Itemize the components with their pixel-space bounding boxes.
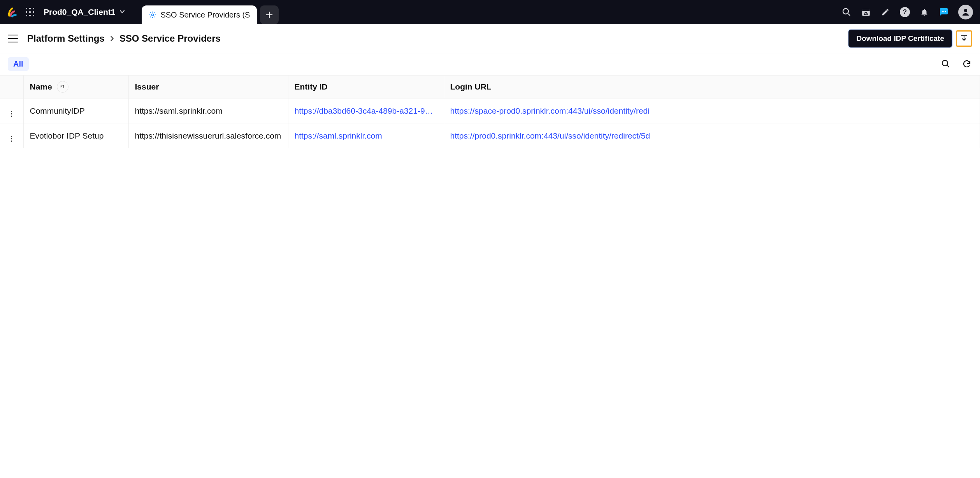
- calendar-badge: 25: [861, 11, 871, 16]
- cell-entity-id[interactable]: https://saml.sprinklr.com: [288, 123, 444, 148]
- breadcrumb-current: SSO Service Providers: [119, 33, 221, 44]
- search-icon[interactable]: [841, 7, 852, 17]
- apps-menu-icon[interactable]: [26, 8, 34, 16]
- tab-label: SSO Service Providers (Setti: [160, 11, 250, 19]
- refresh-icon[interactable]: [962, 59, 972, 69]
- chat-icon[interactable]: [939, 7, 949, 17]
- download-idp-certificate-tooltip: Download IDP Certificate: [848, 30, 952, 47]
- column-issuer[interactable]: Issuer: [128, 76, 288, 98]
- bell-icon[interactable]: [919, 7, 929, 17]
- kebab-icon: [11, 111, 12, 117]
- filter-chip-all[interactable]: All: [8, 57, 29, 71]
- help-icon[interactable]: ?: [900, 7, 910, 17]
- breadcrumb-parent[interactable]: Platform Settings: [27, 33, 105, 44]
- cell-issuer: https://saml.sprinklr.com: [128, 98, 288, 123]
- cell-entity-id[interactable]: https://dba3bd60-3c4a-489b-a321-9d9bfa5.…: [288, 98, 444, 123]
- tab-strip: SSO Service Providers (Setti: [142, 0, 279, 24]
- kebab-icon: [11, 136, 12, 142]
- cell-login-url[interactable]: https://prod0.sprinklr.com:443/ui/sso/id…: [444, 123, 980, 148]
- topbar-right: 25 ?: [841, 5, 973, 19]
- cell-name: CommunityIDP: [23, 98, 128, 123]
- topbar: Prod0_QA_Client1 SSO Service Providers (…: [0, 0, 980, 24]
- column-name-label: Name: [30, 82, 52, 91]
- svg-point-0: [152, 14, 154, 16]
- svg-point-6: [945, 11, 946, 12]
- edit-icon[interactable]: [880, 7, 890, 17]
- cell-login-url[interactable]: https://space-prod0.sprinklr.com:443/ui/…: [444, 98, 980, 123]
- table-search-icon[interactable]: [941, 59, 951, 69]
- topbar-left: Prod0_QA_Client1 SSO Service Providers (…: [7, 0, 279, 24]
- column-entity-id[interactable]: Entity ID: [288, 76, 444, 98]
- client-selector[interactable]: Prod0_QA_Client1: [41, 7, 128, 17]
- subheader-actions: Download IDP Certificate: [848, 30, 972, 47]
- brand-logo[interactable]: [7, 6, 19, 18]
- client-name: Prod0_QA_Client1: [44, 7, 115, 17]
- new-tab-button[interactable]: [260, 5, 279, 24]
- column-name[interactable]: Name: [23, 76, 128, 98]
- row-actions-menu[interactable]: [0, 123, 23, 148]
- tab-sso-service-providers[interactable]: SSO Service Providers (Setti: [142, 5, 257, 24]
- filter-actions: [941, 59, 972, 69]
- breadcrumb: Platform Settings SSO Service Providers: [27, 33, 221, 44]
- column-actions: [0, 76, 23, 98]
- calendar-icon[interactable]: 25: [861, 7, 871, 17]
- table-row: Evotlobor IDP Setup https://thisisnewiss…: [0, 123, 980, 148]
- row-actions-menu[interactable]: [0, 98, 23, 123]
- column-login-url[interactable]: Login URL: [444, 76, 980, 98]
- avatar[interactable]: [958, 5, 973, 19]
- svg-point-4: [942, 11, 943, 12]
- svg-point-7: [964, 9, 967, 12]
- svg-point-5: [943, 11, 945, 12]
- svg-point-8: [942, 60, 948, 66]
- filter-bar: All: [0, 53, 980, 75]
- chevron-down-icon: [119, 7, 125, 17]
- svg-point-1: [843, 9, 848, 14]
- subheader: Platform Settings SSO Service Providers …: [0, 24, 980, 53]
- cell-name: Evotlobor IDP Setup: [23, 123, 128, 148]
- chevron-right-icon: [109, 33, 115, 44]
- table-row: CommunityIDP https://saml.sprinklr.com h…: [0, 98, 980, 123]
- cell-issuer: https://thisisnewissuerurl.salesforce.co…: [128, 123, 288, 148]
- gear-icon: [149, 11, 156, 19]
- sort-icon[interactable]: [57, 81, 68, 93]
- sso-providers-table: Name Issuer Entity ID Login URL: [0, 75, 980, 148]
- download-idp-certificate-button[interactable]: [956, 30, 972, 47]
- hamburger-menu-icon[interactable]: [8, 35, 18, 42]
